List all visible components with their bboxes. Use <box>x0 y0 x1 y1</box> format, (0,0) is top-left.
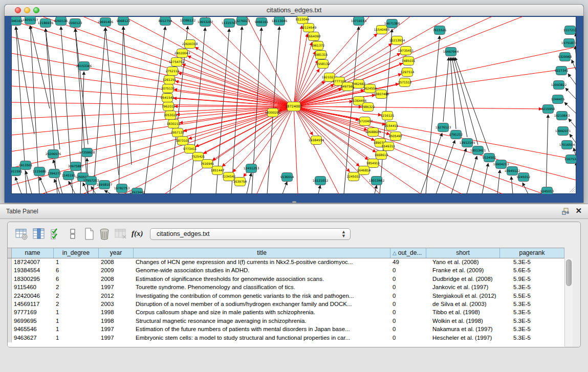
network-node[interactable]: 1961372 <box>311 41 325 50</box>
network-node[interactable]: 20153346 <box>76 62 92 71</box>
table-cell[interactable]: 19384554 <box>14 267 40 273</box>
network-node[interactable]: 16958107 <box>97 181 113 189</box>
network-node[interactable]: 1167534 <box>564 155 576 164</box>
table-cell[interactable]: 0 <box>393 318 396 324</box>
table-row[interactable]: 977716911998Corpus callosum shape and si… <box>8 309 564 317</box>
network-node[interactable]: 7616941 <box>201 160 214 168</box>
table-row[interactable]: 1830029562008Estimation of significance … <box>8 275 564 283</box>
network-node[interactable]: 12124549 <box>301 24 317 32</box>
table-cell[interactable]: 9463627 <box>14 335 37 341</box>
table-cell[interactable]: 5.3E-5 <box>513 318 531 324</box>
network-node[interactable]: 10719155 <box>351 17 367 26</box>
table-cell[interactable]: 1997 <box>101 335 114 341</box>
network-node[interactable]: 5549311 <box>382 142 396 151</box>
network-node[interactable]: 17016504 <box>559 141 575 149</box>
table-cell[interactable]: 1 <box>56 259 59 265</box>
network-node[interactable]: 2245012 <box>347 172 361 181</box>
column-header-in_degree[interactable]: in_degree <box>54 248 99 258</box>
column-header-year[interactable]: year <box>99 248 134 258</box>
table-cell[interactable]: 2009 <box>101 267 114 273</box>
network-node[interactable]: 1851447 <box>211 166 225 175</box>
table-cell[interactable]: 6 <box>56 267 59 273</box>
network-node[interactable]: 6791212 <box>449 130 463 139</box>
network-node[interactable]: 16782753 <box>114 184 130 193</box>
table-cell[interactable]: 1998 <box>101 318 114 324</box>
table-cell[interactable]: Embryonic stem cells: a model to study s… <box>136 335 388 341</box>
network-node[interactable]: 15720407 <box>357 117 373 126</box>
table-cell[interactable]: Hescheler et al. (1997) <box>432 335 492 341</box>
network-node[interactable]: 9541542 <box>161 94 175 102</box>
network-node[interactable]: 9154411 <box>385 122 399 130</box>
table-mode-button[interactable] <box>15 227 28 240</box>
network-node[interactable]: 9227341 <box>555 67 569 75</box>
table-cell[interactable]: 6 <box>56 276 59 282</box>
network-node[interactable]: 1558132 <box>316 60 330 69</box>
trash-button[interactable] <box>98 227 111 240</box>
network-node[interactable]: 16121012 <box>313 177 329 185</box>
network-node[interactable]: 9329968 <box>558 53 572 61</box>
table-cell[interactable]: Structural magnetic resonance image aver… <box>136 318 388 324</box>
table-cell[interactable]: 0 <box>393 309 396 315</box>
table-cell[interactable]: Investigating the contribution of common… <box>136 293 388 299</box>
network-node[interactable]: 9245012 <box>517 173 531 182</box>
network-node[interactable]: 9346164 <box>11 17 23 26</box>
table-vertical-scrollbar[interactable] <box>564 258 573 346</box>
table-cell[interactable]: 2008 <box>101 259 114 265</box>
network-node[interactable]: 10945122 <box>505 167 520 176</box>
column-header-out_de[interactable]: △out_de... <box>390 248 426 258</box>
table-cell[interactable]: 0 <box>393 267 396 273</box>
table-row[interactable]: 946362711997Embryonic stem cells: a mode… <box>8 334 564 342</box>
network-node[interactable]: 9245013 <box>540 187 554 194</box>
window-titlebar[interactable]: citations_edges.txt <box>5 5 583 16</box>
table-cell[interactable]: 9777169 <box>14 309 37 315</box>
network-node[interactable]: 16904213 <box>493 160 509 169</box>
new-document-button[interactable] <box>82 227 96 240</box>
table-cell[interactable]: 1997 <box>101 284 114 290</box>
float-panel-icon[interactable] <box>561 207 570 215</box>
table-cell[interactable]: 49 <box>393 259 399 265</box>
splitter-handle[interactable] <box>292 201 296 203</box>
table-cell[interactable]: Dudbridge et al. (2008) <box>432 276 493 282</box>
network-node[interactable]: 19384554 <box>309 136 324 145</box>
network-node[interactable]: 8012754 <box>159 17 172 26</box>
network-node[interactable]: 1571513 <box>398 78 412 87</box>
network-node[interactable]: 1913501 <box>19 161 33 170</box>
network-node[interactable]: 1216121 <box>381 112 395 120</box>
network-node[interactable]: 18013462 <box>369 177 385 185</box>
network-node[interactable]: 1668613 <box>375 151 388 160</box>
network-node[interactable]: 9466161 <box>255 18 269 27</box>
table-cell[interactable]: Estimation of significance thresholds fo… <box>136 276 388 282</box>
network-node[interactable]: 1639754 <box>233 178 247 186</box>
network-node[interactable]: 1297514 <box>401 68 415 77</box>
network-node[interactable]: 18113046 <box>272 17 288 26</box>
network-node[interactable]: 13992071 <box>555 127 571 136</box>
select-rows-button[interactable] <box>50 227 63 240</box>
table-cell[interactable]: 22420046 <box>14 293 40 299</box>
table-cell[interactable]: 5.3E-5 <box>513 301 531 307</box>
table-cell[interactable]: Yano et al. (2008) <box>432 259 479 265</box>
network-node[interactable]: 12213914 <box>389 36 405 45</box>
network-node[interactable]: 8505497 <box>389 132 403 141</box>
network-node[interactable]: 10688609 <box>365 128 381 137</box>
network-node[interactable]: 17359928 <box>79 148 95 157</box>
table-select-dropdown[interactable]: citations_edges.txt ▲▼ <box>150 228 351 240</box>
table-cell[interactable]: 0 <box>393 293 396 299</box>
network-node[interactable]: 7986322 <box>361 103 375 112</box>
table-cell[interactable]: 18300295 <box>14 276 40 282</box>
network-node[interactable]: 15276123 <box>435 123 451 132</box>
network-node[interactable]: 18013421 <box>470 146 486 155</box>
column-header-short[interactable]: short <box>426 248 500 258</box>
row-height-button[interactable] <box>66 227 79 240</box>
table-cell[interactable]: 5.3E-5 <box>513 335 531 341</box>
network-node[interactable]: 12186936 <box>38 19 54 28</box>
network-node[interactable]: 16467944 <box>443 48 459 56</box>
network-node[interactable]: 9773411 <box>183 145 197 154</box>
network-canvas[interactable]: 2260031824020043127547022752112126125120… <box>11 16 576 194</box>
table-cell[interactable]: Tourette syndrome. Phenomenology and cla… <box>136 284 388 290</box>
network-node[interactable]: 1261251 <box>163 76 177 84</box>
network-node[interactable]: 9160123 <box>69 19 82 28</box>
table-cell[interactable]: Estimation of the future numbers of pati… <box>136 326 388 332</box>
column-header-title[interactable]: title <box>134 248 390 258</box>
network-node[interactable]: 7962012 <box>162 102 176 111</box>
table-cell[interactable]: 2 <box>56 293 59 299</box>
